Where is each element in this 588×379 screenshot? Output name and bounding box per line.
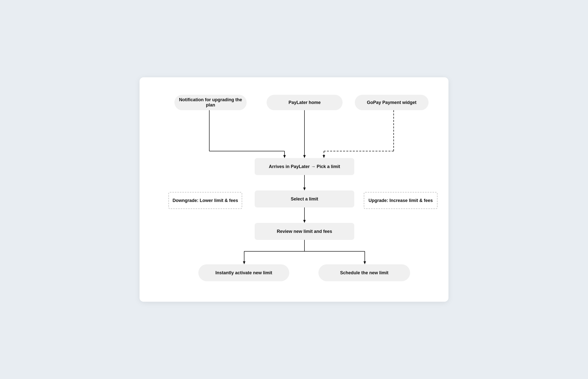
node-arrives: Arrives in PayLater → Pick a limit (255, 158, 354, 175)
svg-marker-13 (303, 220, 306, 223)
node-schedule: Schedule the new limit (318, 264, 410, 281)
svg-marker-3 (283, 155, 286, 158)
node-instantly: Instantly activate new limit (198, 264, 289, 281)
svg-marker-17 (243, 261, 245, 264)
node-upgrade: Upgrade: Increase limit & fees (364, 192, 438, 209)
main-card: Notification for upgrading the plan PayL… (140, 77, 448, 302)
svg-marker-20 (364, 261, 366, 264)
node-select-limit: Select a limit (255, 190, 354, 207)
diagram: Notification for upgrading the plan PayL… (159, 92, 429, 287)
node-downgrade: Downgrade: Lower limit & fees (168, 192, 242, 209)
node-notification: Notification for upgrading the plan (174, 95, 247, 110)
svg-marker-11 (303, 188, 306, 190)
node-gopay-widget: GoPay Payment widget (355, 95, 429, 110)
node-review: Review new limit and fees (255, 223, 354, 240)
connectors-svg (159, 92, 429, 287)
node-paylater-home: PayLater home (267, 95, 343, 110)
svg-marker-9 (323, 155, 325, 158)
svg-marker-5 (303, 155, 306, 158)
